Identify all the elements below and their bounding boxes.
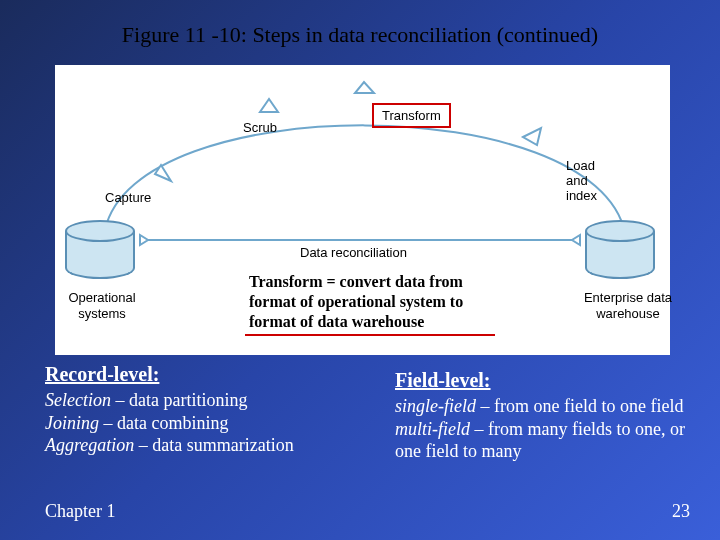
svg-marker-3 (523, 128, 541, 145)
field-level-column: Field-level: single-field – from one fie… (395, 368, 695, 463)
record-level-column: Record-level: Selection – data partition… (45, 362, 365, 457)
page-number: 23 (672, 501, 690, 522)
svg-marker-2 (355, 82, 374, 93)
step-transform: Transform (372, 103, 451, 128)
step-load: Load and index (558, 155, 605, 206)
multi-field-term: multi-field (395, 419, 470, 439)
data-reconciliation-label: Data reconciliation (300, 245, 407, 260)
selection-desc: – data partitioning (111, 390, 247, 410)
svg-marker-6 (140, 235, 148, 245)
aggregation-term: Aggregation (45, 435, 134, 455)
record-level-header: Record-level: (45, 362, 365, 387)
joining-desc: – data combining (99, 413, 228, 433)
chapter-label: Chapter 1 (45, 501, 115, 522)
svg-marker-1 (260, 99, 278, 112)
warehouse-cylinder (585, 220, 655, 279)
figure-title: Figure 11 -10: Steps in data reconciliat… (0, 0, 720, 56)
single-field-desc: – from one field to one field (476, 396, 683, 416)
warehouse-label: Enterprise data warehouse (583, 290, 673, 321)
transform-caption: Transform = convert data from format of … (245, 270, 495, 336)
step-capture: Capture (97, 187, 159, 208)
joining-term: Joining (45, 413, 99, 433)
aggregation-desc: – data summarization (134, 435, 293, 455)
diagram: Operational systems Enterprise data ware… (55, 65, 670, 355)
operational-systems-label: Operational systems (57, 290, 147, 321)
operational-systems-cylinder (65, 220, 135, 279)
field-level-header: Field-level: (395, 368, 695, 393)
step-scrub: Scrub (235, 117, 285, 138)
svg-marker-7 (572, 235, 580, 245)
single-field-term: single-field (395, 396, 476, 416)
selection-term: Selection (45, 390, 111, 410)
